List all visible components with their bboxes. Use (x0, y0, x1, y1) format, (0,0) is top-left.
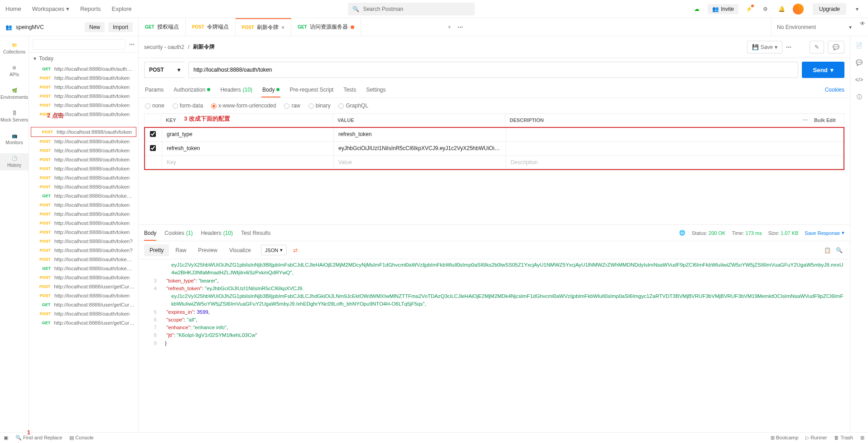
history-item[interactable]: POSThttp://localhost:8888/oauth/token (29, 291, 138, 300)
add-tab-button[interactable]: ＋ (444, 22, 455, 33)
history-item[interactable]: GEThttp://localhost:8888/oauth/token?g (29, 191, 138, 200)
cookies-link[interactable]: Cookies (825, 87, 844, 93)
tab-tests[interactable]: Tests (342, 82, 357, 97)
history-item[interactable]: POSThttp://localhost:8888/oauth/token (29, 228, 138, 237)
nav-home[interactable]: Home (5, 5, 21, 12)
resp-tab-body[interactable]: Body (144, 225, 156, 241)
history-item[interactable]: POSThttp://localhost:8888/oauth/token (29, 73, 138, 83)
history-item[interactable]: POSThttp://localhost:8888/oauth/token (29, 173, 138, 182)
history-item[interactable]: POSThttp://localhost:8888/oauth/token (29, 309, 138, 318)
kv-desc-input[interactable]: Description (506, 156, 780, 169)
nav-explore[interactable]: Explore (112, 5, 132, 12)
body-raw[interactable]: raw (284, 102, 300, 109)
history-item[interactable]: POSThttp://localhost:8888/oauth/token (29, 273, 138, 282)
wrap-icon[interactable]: ⇄ (288, 244, 303, 256)
history-item[interactable]: POSThttp://localhost:8888/oauth/token (29, 164, 138, 173)
tab-body[interactable]: Body (261, 82, 280, 97)
sidebar-more-icon[interactable]: ⋯ (129, 41, 135, 48)
import-button[interactable]: Import (108, 22, 133, 32)
rail-item-environments[interactable]: 🌿Environments (0, 85, 29, 102)
runner-button[interactable]: ▷ Runner (805, 435, 827, 441)
history-item[interactable]: POSThttp://localhost:8888/oauth/token (29, 137, 138, 146)
new-button[interactable]: New (85, 22, 105, 32)
history-item[interactable]: POSThttp://localhost:8888/oauth/token? (29, 237, 138, 246)
history-item[interactable]: POSThttp://localhost:8888/oauth/token (29, 83, 138, 92)
filter-input[interactable] (33, 39, 125, 50)
tab-settings[interactable]: Settings (365, 82, 386, 97)
lang-select[interactable]: JSON ▾ (261, 245, 287, 255)
env-eye-icon[interactable]: 👁 (857, 18, 868, 29)
breadcrumb-path[interactable]: security - oauth2 (144, 44, 184, 50)
notifications-icon[interactable]: 🔔 (776, 4, 787, 15)
kv-value[interactable]: refresh_token (334, 128, 506, 141)
rail-item-mock-servers[interactable]: 🗄Mock Servers (0, 108, 29, 125)
comment-icon[interactable]: 💬 (828, 41, 844, 54)
body-formdata[interactable]: form-data (173, 102, 203, 109)
tab-auth[interactable]: Authorization (173, 82, 211, 97)
resp-tab-tests[interactable]: Test Results (241, 225, 270, 241)
code-pane-icon[interactable]: </> (854, 74, 865, 85)
history-item[interactable]: POSThttp://localhost:8888/oauth/token? (29, 246, 138, 255)
kv-desc[interactable] (506, 128, 780, 141)
trash-button[interactable]: 🗑 Trash (834, 435, 853, 441)
history-item[interactable]: POSThttp://localhost:8888/oauth/token?g (29, 255, 138, 264)
settings-icon[interactable]: ⚙ (760, 4, 771, 15)
kv-desc[interactable] (506, 142, 780, 156)
comment-pane-icon[interactable]: 💬 (854, 57, 865, 68)
info-icon[interactable]: ⓘ (854, 92, 865, 102)
edit-icon[interactable]: ✎ (810, 41, 824, 54)
tab-request[interactable]: POST刷新令牌× (236, 18, 291, 36)
url-input[interactable] (188, 62, 798, 78)
method-select[interactable]: POST▾ (144, 62, 185, 78)
history-item[interactable]: POSThttp://localhost:8888/oauth/token (29, 182, 138, 191)
tab-request[interactable]: GET访问资源服务器 (291, 18, 361, 36)
sync-icon[interactable]: ☁ (691, 4, 702, 15)
tab-params[interactable]: Params (144, 82, 164, 97)
upgrade-button[interactable]: Upgrade (813, 3, 846, 15)
response-body[interactable]: eyJ1c2VyX25hbWUiOiJhZG1pbiIsInNjb3BlIjpb… (139, 259, 850, 349)
kv-key[interactable]: refresh_token (162, 142, 334, 156)
kv-key-input[interactable]: Key (162, 156, 334, 169)
nav-reports[interactable]: Reports (80, 5, 101, 12)
docs-icon[interactable]: 📄 (854, 40, 865, 51)
history-item[interactable]: POSThttp://localhost:8888/oauth/token (29, 110, 138, 119)
layout-icon[interactable]: ⊞ (860, 435, 864, 441)
kv-checkbox[interactable] (150, 131, 156, 137)
body-none[interactable]: none (145, 102, 164, 109)
globe-icon[interactable]: 🌐 (679, 230, 685, 236)
save-button[interactable]: 💾Save▾ (747, 41, 782, 54)
view-visualize[interactable]: Visualize (224, 244, 256, 256)
invite-button[interactable]: 👥Invite (708, 4, 738, 14)
tab-request[interactable]: POST令牌端点 (186, 18, 236, 36)
search-input[interactable]: 🔍 Search Postman (348, 3, 475, 15)
rail-item-history[interactable]: 🕑History (0, 153, 29, 170)
history-item[interactable]: POSThttp://localhost:8888/oauth/token (29, 200, 138, 209)
history-item[interactable]: POSThttp://localhost:8888/oauth/token (29, 209, 138, 219)
request-more-icon[interactable]: ⋯ (786, 44, 791, 50)
nav-workspaces[interactable]: Workspaces ▾ (32, 5, 69, 12)
history-item[interactable]: GEThttp://localhost:8888/user/getCurren (29, 300, 138, 309)
avatar[interactable] (793, 4, 804, 15)
console-button[interactable]: ▤ Console (69, 435, 93, 441)
history-item[interactable]: POSThttp://localhost:8888/oauth/token (29, 219, 138, 228)
view-pretty[interactable]: Pretty (144, 244, 169, 256)
chevron-down-icon[interactable]: ▾ (34, 55, 36, 62)
environment-select[interactable]: No Environment▾ (771, 18, 857, 36)
kv-value[interactable]: eyJhbGciOiJIUzI1NiIsInR5cCI6IkpXVCJ9.eyJ… (334, 142, 506, 156)
history-item[interactable]: POSThttp://localhost:8888/oauth/token (29, 101, 138, 110)
search-code-icon[interactable]: 🔍 (834, 245, 844, 256)
rail-item-apis[interactable]: ⚙APIs (0, 63, 29, 80)
resp-tab-headers[interactable]: Headers (10) (201, 225, 233, 241)
kv-checkbox[interactable] (150, 145, 156, 151)
tab-request[interactable]: GET授权端点 (139, 18, 186, 36)
workspace-name[interactable]: speingMVC (16, 24, 44, 30)
history-item[interactable]: POSThttp://localhost:8888/oauth/token (29, 146, 138, 155)
chevron-down-icon[interactable]: ▾ (852, 4, 863, 15)
satellite-icon[interactable]: ⚡ (744, 4, 755, 15)
send-button[interactable]: Send▾ (802, 62, 844, 78)
body-binary[interactable]: binary (309, 102, 331, 109)
resp-tab-cookies[interactable]: Cookies (1) (164, 225, 193, 241)
history-item[interactable]: GEThttp://localhost:8888/user/getCurren (29, 318, 138, 327)
group-today[interactable]: Today (39, 55, 53, 62)
save-response-button[interactable]: Save Response ▾ (805, 230, 844, 236)
